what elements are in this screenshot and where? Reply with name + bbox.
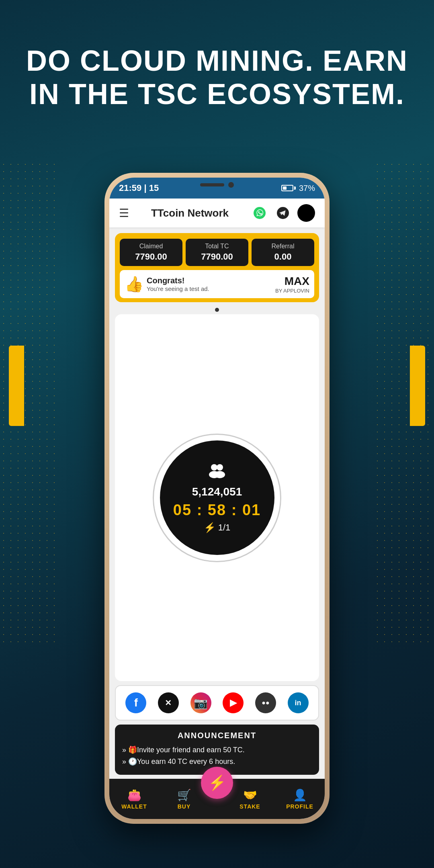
- social-row: f ✕ 📷 ▶ ●●: [115, 685, 319, 721]
- announcement-item-2: » 🕐You earn 40 TC every 6 hours.: [122, 756, 312, 768]
- ad-thumbs-icon: 👍: [125, 275, 143, 293]
- svg-point-6: [215, 471, 225, 478]
- nav-profile[interactable]: 👤 PROFILE: [275, 788, 325, 810]
- telegram-button[interactable]: [274, 204, 292, 222]
- phone-mockup: 21:59 | 15 37% ☰ TTcoin: [104, 173, 330, 824]
- linkedin-icon: in: [295, 699, 301, 707]
- center-action-button[interactable]: ⚡: [201, 767, 233, 799]
- total-value: 7790.00: [189, 252, 245, 262]
- announcement-title: ANNOUNCEMENT: [122, 731, 312, 740]
- referral-label: Referral: [255, 243, 311, 250]
- nav-wallet[interactable]: 👛 WALLET: [109, 788, 159, 810]
- mining-circle-inner: 5,124,051 05 : 58 : 01 ⚡ 1/1: [160, 440, 274, 555]
- hero-line1: DO CLOUD MINING. EARN: [26, 45, 408, 77]
- slider-dot-active: [215, 308, 219, 312]
- battery-percent: 37%: [299, 184, 315, 193]
- scrollable-content: Claimed 7790.00 Total TC 7790.00 Referra…: [109, 227, 325, 779]
- top-nav: ☰ TTcoin Network: [109, 199, 325, 227]
- nav-stake[interactable]: 🤝 STAKE: [225, 788, 275, 810]
- instagram-icon: 📷: [194, 696, 208, 710]
- menu-icon[interactable]: ☰: [119, 207, 129, 220]
- announcement-item-1: » 🎁Invite your friend and earn 50 TC.: [122, 744, 312, 756]
- camera: [228, 182, 234, 188]
- twitter-button[interactable]: ✕: [158, 692, 179, 713]
- ad-congrats-text: Congrats!: [147, 276, 271, 285]
- mining-area: 5,124,051 05 : 58 : 01 ⚡ 1/1: [115, 314, 319, 681]
- profile-icon: 👤: [293, 788, 307, 802]
- app-content: ☰ TTcoin Network: [109, 199, 325, 819]
- stake-icon: 🤝: [243, 788, 257, 802]
- ad-brand-name: MAX: [275, 275, 309, 288]
- status-bar: 21:59 | 15 37%: [109, 178, 325, 199]
- app-title: TTcoin Network: [135, 207, 244, 219]
- total-label: Total TC: [189, 243, 245, 250]
- whatsapp-button[interactable]: [251, 204, 268, 222]
- wallet-icon: 👛: [127, 788, 141, 802]
- wallet-label: WALLET: [121, 803, 147, 810]
- users-icon: [207, 463, 227, 482]
- phone-inner: 21:59 | 15 37% ☰ TTcoin: [109, 178, 325, 819]
- nav-buy[interactable]: 🛒 BUY: [159, 788, 209, 810]
- lightning-icon: ⚡: [204, 522, 216, 533]
- ad-text: Congrats! You're seeing a test ad.: [147, 276, 271, 292]
- status-time: 21:59 | 15: [119, 183, 159, 193]
- svg-point-0: [254, 207, 266, 219]
- center-lightning-icon: ⚡: [208, 774, 226, 791]
- ad-banner[interactable]: 👍 Congrats! You're seeing a test ad. MAX…: [120, 270, 314, 298]
- svg-point-4: [217, 464, 223, 471]
- facebook-button[interactable]: f: [125, 692, 146, 713]
- buy-icon: 🛒: [177, 788, 191, 802]
- speaker: [200, 183, 224, 186]
- svg-point-3: [211, 464, 217, 471]
- ad-brand: MAX BY APPLOVIN: [275, 275, 309, 294]
- twitter-icon: ✕: [165, 698, 172, 708]
- total-card: Total TC 7790.00: [186, 239, 248, 266]
- phone-outer: 21:59 | 15 37% ☰ TTcoin: [104, 173, 330, 824]
- mining-boost: ⚡ 1/1: [204, 522, 231, 533]
- youtube-icon: ▶: [230, 698, 237, 708]
- instagram-button[interactable]: 📷: [190, 692, 211, 713]
- hero-headline: DO CLOUD MINING. EARN IN THE TSC ECOSYST…: [0, 44, 434, 111]
- coin-icon-button[interactable]: [297, 204, 315, 222]
- battery-icon: [281, 185, 296, 191]
- referral-value: 0.00: [255, 252, 311, 262]
- youtube-button[interactable]: ▶: [223, 692, 244, 713]
- bottom-nav: 👛 WALLET 🛒 BUY ⚡ 🤝 STAKE: [109, 779, 325, 819]
- referral-card: Referral 0.00: [252, 239, 314, 266]
- side-button-left: [9, 346, 24, 426]
- notch: [185, 178, 249, 192]
- ad-sub-text: You're seeing a test ad.: [147, 285, 271, 292]
- nav-icons: [251, 204, 315, 222]
- linkedin-button[interactable]: in: [288, 692, 309, 713]
- facebook-icon: f: [134, 696, 138, 709]
- mining-user-count: 5,124,051: [192, 485, 242, 498]
- hero-line2: IN THE TSC ECOSYSTEM.: [29, 78, 405, 110]
- mining-timer: 05 : 58 : 01: [173, 502, 261, 519]
- boost-value: 1/1: [218, 522, 231, 533]
- claimed-card: Claimed 7790.00: [120, 239, 182, 266]
- claimed-label: Claimed: [123, 243, 179, 250]
- status-right: 37%: [281, 184, 315, 193]
- buy-label: BUY: [178, 803, 191, 810]
- claimed-value: 7790.00: [123, 252, 179, 262]
- stats-section: Claimed 7790.00 Total TC 7790.00 Referra…: [115, 233, 319, 302]
- medium-icon: ●●: [262, 699, 269, 706]
- svg-point-2: [299, 206, 313, 220]
- medium-button[interactable]: ●●: [255, 692, 276, 713]
- stats-row: Claimed 7790.00 Total TC 7790.00 Referra…: [120, 239, 314, 266]
- stake-label: STAKE: [240, 803, 260, 810]
- profile-label: PROFILE: [286, 803, 313, 810]
- slider-dots: [109, 308, 325, 312]
- mining-circle-outer[interactable]: 5,124,051 05 : 58 : 01 ⚡ 1/1: [153, 434, 281, 562]
- ad-brand-sub: BY APPLOVIN: [275, 288, 309, 294]
- side-button-right: [410, 346, 425, 426]
- hero-section: DO CLOUD MINING. EARN IN THE TSC ECOSYST…: [0, 44, 434, 111]
